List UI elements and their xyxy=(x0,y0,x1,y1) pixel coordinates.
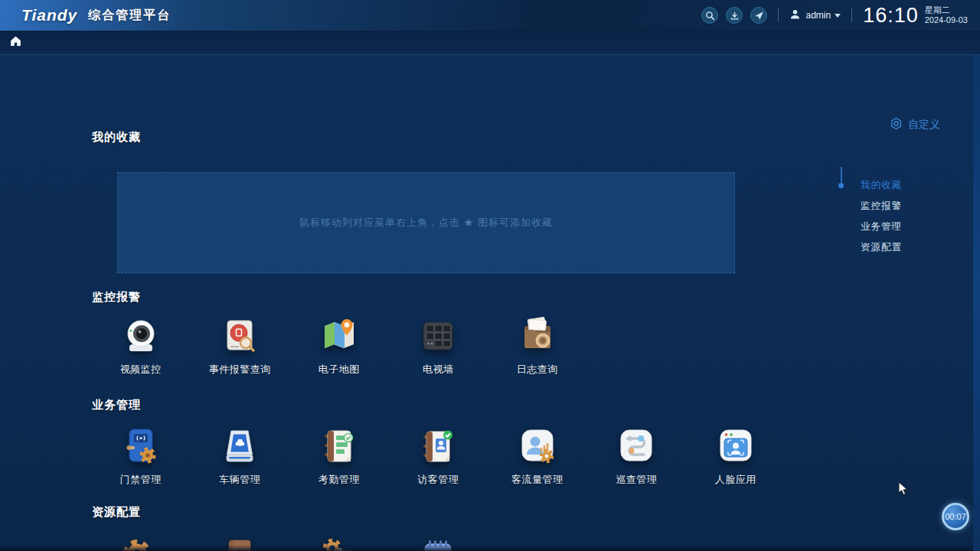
app-event-alarm-query[interactable]: 事件报警查询 xyxy=(191,313,290,377)
patrol-route-icon xyxy=(614,423,658,468)
app-log-query[interactable]: 日志查询 xyxy=(488,313,587,377)
alarm-button-magnifier-icon xyxy=(217,313,262,357)
home-icon xyxy=(9,34,22,51)
section-title-monitor-alarm: 监控报警 xyxy=(92,290,141,305)
app-label: 事件报警查询 xyxy=(209,363,271,377)
section-title-business-mgmt: 业务管理 xyxy=(92,398,141,412)
section-title-favorites: 我的收藏 xyxy=(92,130,141,145)
anchor-favorites[interactable]: 我的收藏 xyxy=(861,180,902,191)
app-row-business: 门禁管理 车辆管理 xyxy=(91,423,786,487)
app-vehicle-mgmt[interactable]: 车辆管理 xyxy=(191,423,290,487)
app-electronic-map[interactable]: 电子地图 xyxy=(289,313,389,377)
app-visitor-mgmt[interactable]: 访客管理 xyxy=(389,423,488,487)
gear-outline-icon xyxy=(890,117,903,132)
bottom-shadow xyxy=(0,545,973,551)
folder-magnifier-icon xyxy=(515,313,560,357)
app-access-control[interactable]: 门禁管理 xyxy=(91,423,191,487)
app-attendance-mgmt[interactable]: 考勤管理 xyxy=(289,423,389,487)
user-menu[interactable]: admin xyxy=(789,8,841,23)
person-chart-gear-icon xyxy=(515,423,560,468)
tab-bar xyxy=(0,31,980,55)
send-button[interactable] xyxy=(750,7,767,24)
download-icon xyxy=(730,11,740,21)
app-tv-wall[interactable]: 电视墙 xyxy=(389,313,488,377)
webcam-icon xyxy=(119,313,163,357)
weekday-display: 星期二 xyxy=(925,5,968,15)
app-label: 巡查管理 xyxy=(616,473,657,487)
car-scanner-icon xyxy=(217,423,262,468)
app-label: 电子地图 xyxy=(318,363,360,377)
notebook-badge-check-icon xyxy=(416,423,460,468)
face-recognition-frame-icon xyxy=(714,423,758,468)
chevron-down-icon xyxy=(835,14,841,18)
door-panel-gear-icon xyxy=(119,423,163,468)
customize-button[interactable]: 自定义 xyxy=(890,117,940,132)
date-display: 2024-09-03 xyxy=(925,15,968,25)
section-anchor-nav: 我的收藏 监控报警 业务管理 资源配置 xyxy=(861,180,902,253)
search-button[interactable] xyxy=(701,7,718,24)
app-label: 视频监控 xyxy=(120,363,162,377)
brand-logo: Tiandy xyxy=(21,6,77,24)
header-actions: admin 16:10 星期二 2024-09-03 xyxy=(694,0,972,31)
app-label: 访客管理 xyxy=(417,473,459,487)
app-label: 人脸应用 xyxy=(715,473,756,487)
app-label: 门禁管理 xyxy=(120,473,162,487)
customize-label: 自定义 xyxy=(908,118,940,132)
app-video-surveillance[interactable]: 视频监控 xyxy=(91,313,191,377)
anchor-resource-config[interactable]: 资源配置 xyxy=(861,242,902,253)
app-label: 日志查询 xyxy=(517,363,558,377)
anchor-business-mgmt[interactable]: 业务管理 xyxy=(861,221,902,232)
header-divider xyxy=(851,8,852,22)
favorites-empty-panel: 鼠标移动到对应菜单右上角，点击 ★ 图标可添加收藏 xyxy=(117,172,735,273)
user-icon xyxy=(789,8,801,23)
app-label: 考勤管理 xyxy=(318,473,360,487)
download-button[interactable] xyxy=(726,7,743,24)
app-face-application[interactable]: 人脸应用 xyxy=(686,423,786,487)
notebook-checklist-icon xyxy=(317,423,361,468)
nav-indicator-line xyxy=(841,167,842,183)
home-tab[interactable] xyxy=(7,34,24,51)
scrollbar[interactable] xyxy=(973,55,980,551)
app-patrol-mgmt[interactable]: 巡查管理 xyxy=(587,423,687,487)
countdown-badge[interactable]: 00:07 xyxy=(942,503,969,530)
favorites-hint: 鼠标移动到对应菜单右上角，点击 ★ 图标可添加收藏 xyxy=(299,216,553,230)
video-wall-grid-icon xyxy=(416,313,460,357)
time-display: 16:10 xyxy=(863,4,919,28)
main-content: 自定义 我的收藏 鼠标移动到对应菜单右上角，点击 ★ 图标可添加收藏 我的收藏 … xyxy=(0,55,980,551)
header-divider xyxy=(778,8,779,22)
top-header: Tiandy 综合管理平台 admin 16:10 星期二 2024-09-03 xyxy=(0,0,980,31)
nav-indicator-dot xyxy=(838,183,844,188)
app-passenger-flow-mgmt[interactable]: 客流量管理 xyxy=(488,423,587,487)
clock: 16:10 星期二 2024-09-03 xyxy=(863,4,968,28)
app-label: 客流量管理 xyxy=(511,473,564,487)
send-icon xyxy=(754,11,764,21)
search-icon xyxy=(705,11,715,21)
page-title: 综合管理平台 xyxy=(88,8,171,24)
app-label: 电视墙 xyxy=(423,363,454,377)
app-row-monitor: 视频监控 事件报警查询 xyxy=(91,313,587,377)
username: admin xyxy=(805,10,831,21)
app-label: 车辆管理 xyxy=(219,473,260,487)
anchor-monitor-alarm[interactable]: 监控报警 xyxy=(861,201,902,211)
section-title-resource-config: 资源配置 xyxy=(92,505,141,520)
folded-map-pin-icon xyxy=(317,313,361,357)
